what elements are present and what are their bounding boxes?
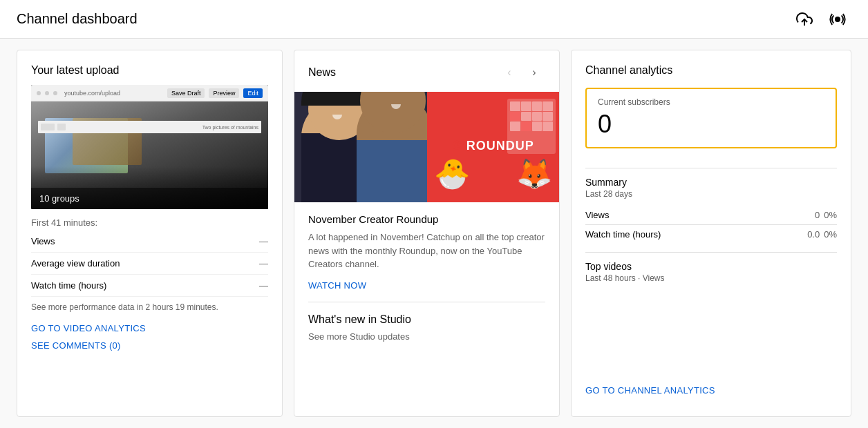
channel-analytics-link[interactable]: GO TO CHANNEL ANALYTICS <box>585 385 837 396</box>
news-image-left <box>294 92 427 202</box>
header: Channel dashboard <box>0 0 868 39</box>
summary-subtitle: Last 28 days <box>585 189 837 199</box>
news-article-title: November Creator Roundup <box>308 213 545 225</box>
go-live-button[interactable] <box>824 6 851 33</box>
prev-article-button[interactable]: ‹ <box>498 61 520 84</box>
news-header: News ‹ › <box>294 50 559 92</box>
edit-btn[interactable]: Edit <box>243 88 263 98</box>
stats-views-row: Views — <box>31 231 268 253</box>
analytics-watchtime-row: Watch time (hours) 0.0 0% <box>585 225 837 244</box>
stats-watchtime-value: — <box>259 280 268 291</box>
news-image: ⟳ ROUNDUP 🐣 🦊 <box>294 92 559 202</box>
subscribers-box: Current subscribers 0 <box>585 88 837 148</box>
video-thumbnail: youtube.com/upload Save Draft Preview Ed… <box>31 85 268 209</box>
main-content: Your latest upload youtube.com/upload Sa… <box>0 39 868 428</box>
whats-new-section: What's new in Studio See more Studio upd… <box>294 302 559 353</box>
see-comments-link[interactable]: SEE COMMENTS (0) <box>31 340 268 351</box>
whats-new-desc: See more Studio updates <box>308 331 545 342</box>
upload-button[interactable] <box>791 6 818 33</box>
next-article-button[interactable]: › <box>523 61 545 84</box>
top-videos-subtitle: Last 48 hours · Views <box>585 273 837 283</box>
video-analytics-link[interactable]: GO TO VIDEO ANALYTICS <box>31 323 268 333</box>
dot-2 <box>45 91 49 95</box>
news-image-right: ⟳ ROUNDUP 🐣 🦊 <box>427 92 560 202</box>
analytics-watchtime-count: 0.0 <box>807 229 820 240</box>
news-article-desc: A lot happened in November! Catchup on a… <box>308 231 545 271</box>
summary-title: Summary <box>585 177 837 188</box>
save-draft-btn[interactable]: Save Draft <box>167 88 205 98</box>
news-title: News <box>308 66 336 79</box>
news-nav-arrows: ‹ › <box>498 61 545 84</box>
analytics-card: Channel analytics Current subscribers 0 … <box>571 50 851 417</box>
thumbnail-toolbar: youtube.com/upload Save Draft Preview Ed… <box>31 85 268 101</box>
live-icon <box>829 11 846 28</box>
upload-icon <box>796 11 813 28</box>
analytics-views-row: Views 0 0% <box>585 206 837 225</box>
news-body: November Creator Roundup A lot happened … <box>294 202 559 302</box>
stats-timeframe: First 41 minutes: <box>31 217 268 228</box>
stats-views-value: — <box>259 236 268 246</box>
page-title: Channel dashboard <box>17 11 138 27</box>
svg-point-1 <box>835 17 840 22</box>
news-card: News ‹ › <box>294 50 560 417</box>
top-videos-title: Top videos <box>585 261 837 272</box>
subscribers-count: 0 <box>598 110 824 139</box>
latest-upload-title: Your latest upload <box>31 64 268 77</box>
analytics-watchtime-values: 0.0 0% <box>807 229 837 240</box>
latest-upload-card: Your latest upload youtube.com/upload Sa… <box>17 50 283 417</box>
thumbnail-label: 10 groups <box>31 188 268 209</box>
preview-btn[interactable]: Preview <box>209 88 239 98</box>
analytics-watchtime-label: Watch time (hours) <box>585 229 661 240</box>
whats-new-title: What's new in Studio <box>308 313 545 326</box>
analytics-views-label: Views <box>585 210 609 220</box>
analytics-views-count: 0 <box>815 210 820 220</box>
dot-1 <box>37 91 41 95</box>
analytics-title: Channel analytics <box>585 64 837 77</box>
watch-now-link[interactable]: WATCH NOW <box>308 280 366 291</box>
stats-watchtime-row: Watch time (hours) — <box>31 275 268 297</box>
analytics-watchtime-percent: 0% <box>824 229 837 240</box>
thumbnail-image: 10 groups Two pictures of mountains <box>31 101 268 209</box>
header-actions <box>791 6 851 33</box>
stats-avg-duration-label: Average view duration <box>31 258 120 269</box>
stats-avg-duration-row: Average view duration — <box>31 253 268 275</box>
analytics-divider-1 <box>585 168 837 168</box>
analytics-divider-2 <box>585 252 837 253</box>
subscribers-label: Current subscribers <box>598 97 824 107</box>
performance-note: See more performance data in 2 hours 19 … <box>31 302 268 312</box>
analytics-views-values: 0 0% <box>815 210 837 220</box>
analytics-views-percent: 0% <box>824 210 837 220</box>
dot-3 <box>53 91 57 95</box>
stats-views-label: Views <box>31 236 55 246</box>
stats-watchtime-label: Watch time (hours) <box>31 280 106 291</box>
stats-avg-duration-value: — <box>259 258 268 269</box>
